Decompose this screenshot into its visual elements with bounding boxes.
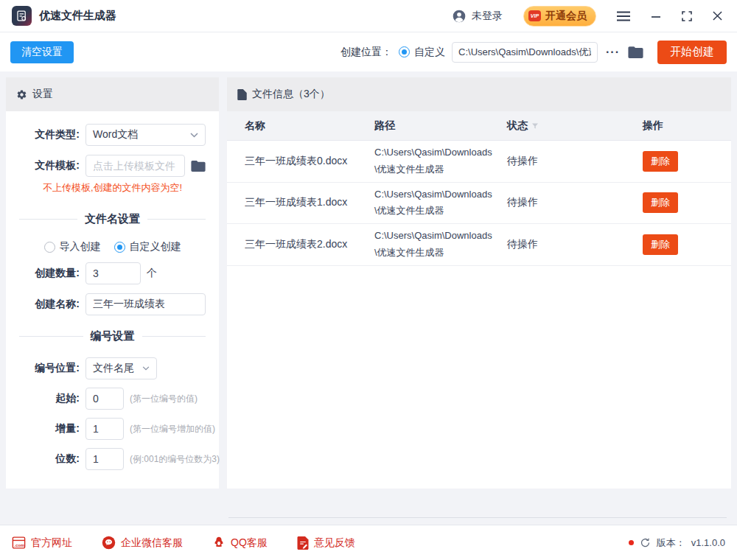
digits-input[interactable] [85,448,124,470]
create-count-label: 创建数量: [19,267,80,280]
toolbar: 清空设置 创建位置： 自定义 ··· 开始创建 [0,32,737,71]
file-path-cell: C:\Users\Qasim\Downloads\优速文件生成器 [374,141,498,182]
custom-create-radio-label: 自定义创建 [130,240,181,253]
template-upload-input[interactable] [85,155,185,177]
template-folder-button[interactable] [191,160,206,172]
create-location-label: 创建位置： [340,46,392,59]
feedback-icon [297,536,309,550]
app-window: 优速文件生成器 未登录 VIP 开通会员 [0,0,737,560]
refresh-icon[interactable] [640,537,651,548]
number-position-select[interactable]: 文件名尾 [85,357,157,379]
chevron-down-icon [142,366,150,371]
file-name-cell: 三年一班成绩表2.docx [245,238,374,251]
settings-panel-header: 设置 [6,77,219,111]
custom-create-radio[interactable]: 自定义创建 [114,240,181,253]
hamburger-icon [617,11,630,21]
app-title: 优速文件生成器 [39,9,116,23]
vip-button[interactable]: VIP 开通会员 [523,6,596,27]
location-path-input[interactable] [452,42,598,63]
close-button[interactable] [710,8,725,24]
feedback-link[interactable]: 意见反馈 [297,536,355,550]
filename-section-divider: 文件名设置 [19,212,206,226]
column-status: 状态 [507,119,643,133]
close-icon [713,11,722,21]
file-path-cell: C:\Users\Qasim\Downloads\优速文件生成器 [374,224,498,265]
gear-icon [16,89,27,100]
clear-settings-button[interactable]: 清空设置 [10,41,74,63]
numbering-section-title: 编号设置 [91,329,135,343]
start-create-button[interactable]: 开始创建 [657,41,727,64]
custom-location-radio[interactable]: 自定义 [399,46,445,59]
import-create-radio[interactable]: 导入创建 [44,240,101,253]
numbering-section-divider: 编号设置 [19,329,206,343]
file-info-header: 文件信息（3个） [227,77,731,111]
chevron-down-icon [190,133,198,138]
version-label: 版本： [657,536,685,550]
radio-selected-icon [399,46,410,57]
import-create-radio-label: 导入创建 [60,240,101,253]
file-name-cell: 三年一班成绩表1.docx [245,196,374,209]
file-path-cell: C:\Users\Qasim\Downloads\优速文件生成器 [374,183,498,224]
count-unit-label: 个 [147,267,157,280]
radio-selected-icon [114,242,125,253]
vip-button-label: 开通会员 [545,10,587,23]
qq-service-link[interactable]: QQ客服 [212,536,268,550]
table-header: 名称 路径 状态 操作 [227,111,731,141]
more-options-button[interactable]: ··· [604,46,621,59]
table-row: 三年一班成绩表2.docx C:\Users\Qasim\Downloads\优… [227,224,731,266]
column-path: 路径 [374,119,507,133]
login-status-label: 未登录 [472,10,503,23]
minimize-button[interactable] [648,8,664,24]
footer: .com 官方网址 企业微信客服 QQ客服 [0,525,737,560]
table-row: 三年一班成绩表0.docx C:\Users\Qasim\Downloads\优… [227,141,731,183]
delete-button[interactable]: 删除 [643,234,678,255]
start-number-hint: (第一位编号的值) [130,393,198,405]
radio-unselected-icon [44,242,55,253]
file-status-cell: 待操作 [507,238,643,251]
wechat-service-link[interactable]: 企业微信客服 [102,536,183,550]
start-number-label: 起始: [19,392,80,405]
file-status-cell: 待操作 [507,196,643,209]
login-status[interactable]: 未登录 [452,9,503,24]
create-count-input[interactable] [85,262,141,284]
file-info-title: 文件信息（3个） [252,88,330,101]
browse-folder-button[interactable] [628,46,643,59]
official-website-link[interactable]: .com 官方网址 [12,536,72,550]
wechat-icon [102,536,116,550]
document-icon [237,89,247,100]
start-number-input[interactable] [85,388,124,410]
increment-input[interactable] [85,418,124,440]
file-type-value: Word文档 [93,128,138,141]
divider-line [228,517,727,518]
status-dot [629,540,634,545]
file-type-select[interactable]: Word文档 [85,124,206,146]
vip-icon: VIP [528,10,541,21]
delete-button[interactable]: 删除 [643,192,678,213]
template-warning-text: 不上传模板,创建的文件内容为空! [19,181,206,195]
create-name-input[interactable] [85,293,206,315]
maximize-icon [682,11,692,21]
column-name: 名称 [245,119,374,133]
digits-label: 位数: [19,452,80,466]
digits-hint: (例:001的编号位数为3) [130,453,220,466]
filename-section-title: 文件名设置 [85,212,140,226]
column-action: 操作 [643,119,731,133]
file-table-body: 三年一班成绩表0.docx C:\Users\Qasim\Downloads\优… [227,141,731,266]
folder-icon [628,46,643,59]
qq-icon [212,536,226,550]
filter-funnel-icon[interactable] [531,122,539,130]
file-type-label: 文件类型: [19,128,80,141]
file-name-cell: 三年一班成绩表0.docx [245,155,374,168]
titlebar: 优速文件生成器 未登录 VIP 开通会员 [0,0,737,32]
number-position-label: 编号位置: [19,362,80,375]
menu-button[interactable] [614,8,633,24]
settings-panel-title: 设置 [32,88,53,101]
maximize-button[interactable] [679,8,695,24]
delete-button[interactable]: 删除 [643,151,678,172]
custom-location-radio-label: 自定义 [414,46,445,59]
website-icon: .com [12,536,26,549]
table-row: 三年一班成绩表1.docx C:\Users\Qasim\Downloads\优… [227,183,731,225]
create-name-label: 创建名称: [19,298,80,311]
app-logo-icon [12,6,32,26]
increment-label: 增量: [19,422,80,435]
